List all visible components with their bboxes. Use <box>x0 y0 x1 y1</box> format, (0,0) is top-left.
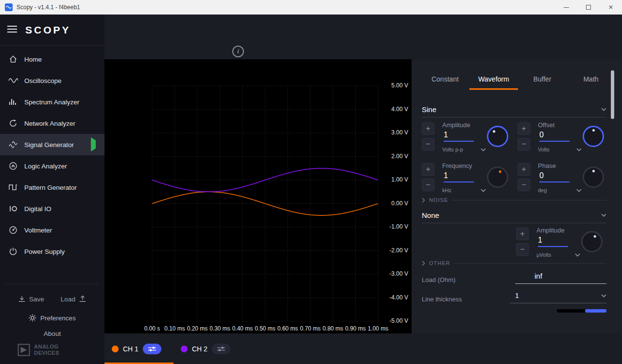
home-icon <box>7 54 19 64</box>
sidebar-item-logic-analyzer[interactable]: Logic Analyzer <box>0 155 104 177</box>
y-axis-tick: -3.00 V <box>367 270 412 277</box>
digital-io-icon <box>7 204 19 214</box>
offset-knob[interactable] <box>583 126 604 147</box>
y-axis-tick: 2.00 V <box>367 153 412 160</box>
sidebar-item-oscilloscope[interactable]: Oscilloscope <box>0 70 104 91</box>
phase-minus-button[interactable]: − <box>518 179 530 191</box>
minimize-button[interactable] <box>555 0 577 15</box>
sidebar-item-pattern-generator[interactable]: Pattern Generator <box>0 177 104 198</box>
phase-control: + − Phase 0 deg <box>518 162 615 196</box>
load-ohm-label: Load (Ohm) <box>422 276 455 283</box>
other-section-header[interactable]: OTHER <box>422 260 606 266</box>
frequency-knob[interactable] <box>487 166 508 188</box>
hamburger-menu-icon[interactable] <box>7 25 17 35</box>
x-axis-tick: 0.70 ms <box>299 325 322 332</box>
load-button[interactable]: Load <box>61 295 86 303</box>
frequency-control: + − Frequency 1 kHz <box>422 162 519 196</box>
noise-section-header[interactable]: NOISE <box>422 197 606 203</box>
y-axis-tick: 4.00 V <box>367 106 412 113</box>
y-axis-tick: 1.00 V <box>367 176 412 183</box>
channel-2-color-dot <box>181 346 188 352</box>
channel-1-color-dot <box>112 346 119 352</box>
noise-amplitude-unit-select[interactable]: µVolts <box>536 252 580 258</box>
panel-scrollbar-thumb[interactable] <box>611 70 614 119</box>
noise-type-select[interactable]: None <box>422 208 606 223</box>
voltmeter-icon <box>7 225 19 235</box>
sidebar-item-spectrum-analyzer[interactable]: Spectrum Analyzer <box>0 91 104 113</box>
tab-waveform[interactable]: Waveform <box>469 70 518 90</box>
x-axis-tick: 0.50 ms <box>254 325 276 332</box>
channel-1-tab[interactable]: CH 1 <box>104 333 173 364</box>
channel-2-settings-toggle[interactable] <box>212 344 230 354</box>
noise-amplitude-plus-button[interactable]: + <box>516 228 529 240</box>
chevron-down-icon <box>601 294 606 298</box>
amplitude-minus-button[interactable]: − <box>422 138 434 150</box>
running-indicator <box>91 140 96 149</box>
y-axis-tick: 0.00 V <box>367 200 412 207</box>
window-titlebar: Scopy - v1.4.1 - f4beeb1 ✕ <box>0 0 622 15</box>
preferences-button[interactable]: Preferences <box>0 312 104 324</box>
phase-knob[interactable] <box>583 166 604 188</box>
y-axis-tick: -5.00 V <box>367 317 412 324</box>
line-thickness-select[interactable]: 1 <box>510 292 606 303</box>
frequency-plus-button[interactable]: + <box>422 163 434 176</box>
phase-value-input[interactable]: 0 <box>539 171 570 182</box>
tab-math[interactable]: Math <box>567 70 615 90</box>
about-button[interactable]: About <box>0 330 104 337</box>
x-axis-tick: 0.40 ms <box>231 325 254 332</box>
horizontal-scrollbar-thumb[interactable] <box>585 309 606 313</box>
offset-control: + − Offset 0 Volts <box>518 121 615 155</box>
chevron-down-icon <box>601 214 606 217</box>
tab-buffer[interactable]: Buffer <box>518 70 567 90</box>
sliders-icon <box>217 346 225 352</box>
noise-amplitude-knob[interactable] <box>581 231 603 252</box>
y-axis-tick: -4.00 V <box>367 294 412 301</box>
offset-minus-button[interactable]: − <box>518 138 530 150</box>
offset-plus-button[interactable]: + <box>518 122 530 135</box>
offset-value-input[interactable]: 0 <box>539 131 570 142</box>
panel-scrollbar[interactable] <box>611 70 614 323</box>
offset-unit-select[interactable]: Volts <box>538 147 582 152</box>
amplitude-value-input[interactable]: 1 <box>444 131 474 142</box>
noise-amplitude-value-input[interactable]: 1 <box>538 236 568 247</box>
gear-icon <box>29 314 36 322</box>
chevron-right-icon <box>422 261 425 266</box>
load-upload-icon <box>79 295 86 303</box>
sidebar-item-voltmeter[interactable]: Voltmeter <box>0 219 104 241</box>
sidebar-item-network-analyzer[interactable]: Network Analyzer <box>0 113 104 134</box>
x-axis-tick: 0.60 ms <box>276 325 299 332</box>
waveform-type-select[interactable]: Sine <box>422 102 606 117</box>
close-button[interactable]: ✕ <box>600 0 622 15</box>
save-button[interactable]: Save <box>18 295 44 303</box>
horizontal-scrollbar[interactable] <box>557 309 606 313</box>
pattern-generator-icon <box>7 182 19 192</box>
channel-bar: CH 1 CH 2 <box>104 333 622 364</box>
y-axis-tick: 3.00 V <box>367 129 412 136</box>
sidebar-item-power-supply[interactable]: Power Supply <box>0 241 104 262</box>
frequency-unit-select[interactable]: kHz <box>442 187 486 193</box>
amplitude-unit-select[interactable]: Volts p-p <box>442 147 486 152</box>
y-axis-tick: -1.00 V <box>367 223 412 230</box>
sidebar-item-home[interactable]: Home <box>0 49 104 70</box>
phase-plus-button[interactable]: + <box>518 163 530 176</box>
maximize-button[interactable] <box>577 0 600 15</box>
noise-amplitude-minus-button[interactable]: − <box>516 243 529 256</box>
phase-unit-select[interactable]: deg <box>538 187 582 193</box>
channel-2-tab[interactable]: CH 2 <box>173 333 242 364</box>
amplitude-plus-button[interactable]: + <box>422 122 434 135</box>
x-axis-tick: 0.90 ms <box>345 325 367 332</box>
signal-generator-panel: Constant Waveform Buffer Math Sine + − A… <box>412 59 622 333</box>
sidebar-item-digital-io[interactable]: Digital IO <box>0 198 104 219</box>
tab-constant[interactable]: Constant <box>421 70 469 90</box>
sidebar-item-signal-generator[interactable]: Signal Generator <box>0 134 104 155</box>
load-ohm-input[interactable]: inf <box>515 272 606 284</box>
frequency-minus-button[interactable]: − <box>422 179 434 191</box>
frequency-value-input[interactable]: 1 <box>444 171 474 182</box>
x-axis-tick: 0.20 ms <box>186 325 208 332</box>
sliders-icon <box>148 346 156 352</box>
amplitude-knob[interactable] <box>487 126 508 147</box>
channel-1-settings-toggle[interactable] <box>143 344 161 354</box>
network-analyzer-icon <box>7 118 19 128</box>
analog-devices-logo: ANALOGDEVICES <box>17 344 59 356</box>
info-icon[interactable]: i <box>232 46 244 57</box>
